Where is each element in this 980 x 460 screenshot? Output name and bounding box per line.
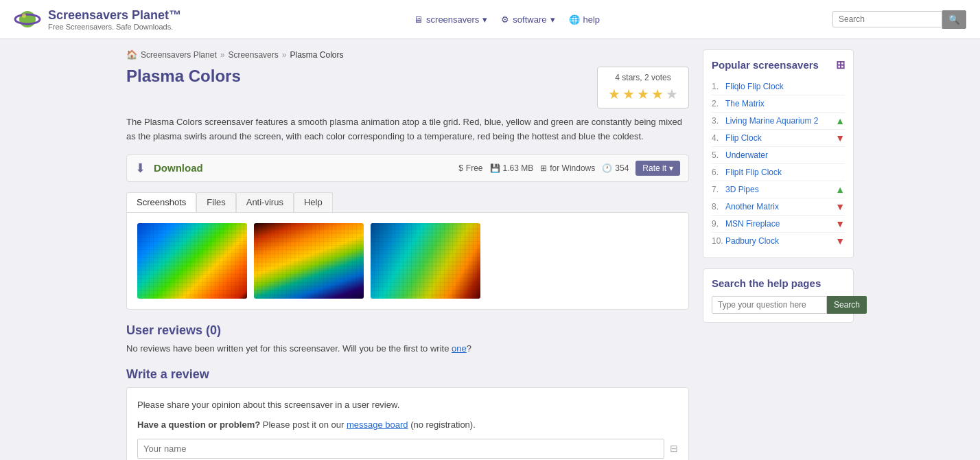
downloads-item: 🕐 354 — [602, 163, 629, 173]
trend-1: ▲ — [835, 81, 845, 92]
home-icon[interactable]: 🏠 — [126, 49, 137, 60]
help-search-row: Search — [712, 296, 845, 314]
title-rating-row: Plasma Colors 4 stars, 2 votes ★ ★ ★ ★ ★ — [126, 67, 689, 108]
screenshot-1[interactable] — [137, 223, 247, 299]
star-5[interactable]: ★ — [666, 86, 678, 102]
sidebar: Popular screensavers ⊞ 1. Fliqlo Flip Cl… — [703, 49, 854, 460]
platform-value: for Windows — [550, 163, 595, 173]
popular-link-3[interactable]: Living Marine Aquarium 2 — [725, 116, 835, 126]
plasma-overlay-1 — [137, 223, 247, 299]
trend-6: ▲ — [835, 167, 845, 178]
chevron-down-icon: ▾ — [669, 163, 673, 173]
popular-item-9: 9. MSN Fireplace ▼ — [712, 216, 845, 233]
write-review-link[interactable]: one — [452, 343, 467, 354]
download-arrow-icon: ⬇ — [135, 161, 145, 176]
plasma-overlay-3 — [371, 223, 480, 299]
name-input[interactable] — [137, 439, 664, 459]
header-search-input[interactable] — [832, 11, 942, 27]
popular-item-5: 5. Underwater ▲ — [712, 147, 845, 164]
logo-area: Screensavers Planet™ Free Screensavers. … — [14, 5, 181, 33]
star-3[interactable]: ★ — [637, 86, 649, 102]
chevron-down-icon: ▾ — [550, 14, 555, 25]
tab-help[interactable]: Help — [294, 192, 333, 212]
chevron-down-icon: ▾ — [482, 14, 487, 25]
help-icon: 🌐 — [569, 14, 580, 25]
nav-software[interactable]: ⚙ software ▾ — [501, 14, 555, 25]
breadcrumb-current: Plasma Colors — [290, 50, 343, 60]
monitor-icon: 🖥 — [414, 14, 423, 25]
review-form: Please share your opinion about this scr… — [126, 387, 689, 460]
tab-screenshots[interactable]: Screenshots — [126, 192, 196, 212]
help-search-title: Search the help pages — [712, 277, 845, 289]
screenshots-panel — [126, 212, 689, 310]
message-board-link[interactable]: message board — [347, 419, 408, 430]
review-question-text: Have a question or problem? Please post … — [137, 418, 678, 432]
site-title: Screensavers Planet™ — [48, 8, 181, 23]
breadcrumb-sep-2: » — [282, 50, 287, 60]
popular-item-7: 7. 3D Pipes ▲ — [712, 181, 845, 198]
popular-link-9[interactable]: MSN Fireplace — [725, 219, 835, 229]
screenshot-3[interactable] — [371, 223, 480, 299]
downloads-value: 354 — [615, 163, 629, 173]
rating-summary: 4 stars, 2 votes — [608, 73, 678, 82]
popular-link-4[interactable]: Flip Clock — [725, 133, 835, 143]
svg-point-2 — [22, 14, 26, 18]
header-search-button[interactable]: 🔍 — [942, 10, 966, 29]
popular-link-10[interactable]: Padbury Clock — [725, 236, 835, 246]
help-search-button[interactable]: Search — [827, 296, 867, 314]
rate-label: Rate it — [642, 163, 666, 173]
star-4[interactable]: ★ — [651, 86, 664, 102]
rate-button[interactable]: Rate it ▾ — [635, 161, 680, 176]
popular-item-2: 2. The Matrix ▲ — [712, 95, 845, 113]
breadcrumb: 🏠 Screensavers Planet » Screensavers » P… — [126, 49, 689, 60]
nav-screensavers[interactable]: 🖥 screensavers ▾ — [414, 14, 487, 25]
breadcrumb-link-screensavers[interactable]: Screensavers — [228, 50, 278, 60]
trend-9: ▼ — [835, 218, 845, 229]
popular-link-1[interactable]: Fliqlo Flip Clock — [725, 82, 835, 91]
gear-icon: ⚙ — [501, 14, 509, 25]
review-share-text: Please share your opinion about this scr… — [137, 398, 678, 412]
help-search-section: Search the help pages Search — [703, 268, 854, 323]
trend-10: ▼ — [835, 235, 845, 246]
popular-link-7[interactable]: 3D Pipes — [725, 185, 835, 194]
screenshot-2[interactable] — [254, 223, 364, 299]
download-meta: $ Free 💾 1.63 MB ⊞ for Windows 🕐 354 Rat… — [458, 161, 680, 176]
breadcrumb-link-screensavers-planet[interactable]: Screensavers Planet — [141, 50, 217, 60]
download-button[interactable]: Download — [154, 162, 203, 174]
content-tabs: Screenshots Files Anti-virus Help — [126, 192, 689, 212]
popular-item-8: 8. Another Matrix ▼ — [712, 198, 845, 216]
tab-antivirus[interactable]: Anti-virus — [236, 192, 294, 212]
platform-item: ⊞ for Windows — [540, 163, 595, 173]
rating-box: 4 stars, 2 votes ★ ★ ★ ★ ★ — [597, 67, 689, 108]
popular-link-2[interactable]: The Matrix — [725, 99, 835, 108]
size-item: 💾 1.63 MB — [490, 163, 534, 173]
header-search: 🔍 — [832, 10, 966, 29]
popular-item-6: 6. FlipIt Flip Clock ▲ — [712, 164, 845, 181]
popular-item-4: 4. Flip Clock ▼ — [712, 130, 845, 147]
star-1[interactable]: ★ — [608, 86, 620, 102]
page-title: Plasma Colors — [126, 67, 241, 86]
main-nav: 🖥 screensavers ▾ ⚙ software ▾ 🌐 help — [414, 14, 600, 25]
popular-link-5[interactable]: Underwater — [725, 150, 835, 160]
trend-7: ▲ — [835, 184, 845, 195]
popular-title: Popular screensavers ⊞ — [712, 58, 845, 71]
trend-2: ▲ — [835, 98, 845, 109]
clock-icon: 🕐 — [602, 163, 612, 173]
size-value: 1.63 MB — [503, 163, 534, 173]
popular-link-6[interactable]: FlipIt Flip Clock — [725, 168, 835, 177]
price-value: Free — [466, 163, 483, 173]
popular-link-8[interactable]: Another Matrix — [725, 202, 835, 211]
dollar-icon: $ — [458, 163, 463, 173]
nav-help[interactable]: 🌐 help — [569, 14, 600, 25]
windows-sidebar-icon: ⊞ — [836, 58, 845, 71]
popular-section: Popular screensavers ⊞ 1. Fliqlo Flip Cl… — [703, 49, 854, 258]
star-2[interactable]: ★ — [622, 86, 635, 102]
help-search-input[interactable] — [712, 296, 827, 314]
input-icon: ⊟ — [670, 443, 678, 454]
search-icon: 🔍 — [948, 14, 960, 25]
name-input-row: ⊟ — [137, 439, 678, 459]
reviews-empty-text: No reviews have been written yet for thi… — [126, 343, 689, 354]
tab-files[interactable]: Files — [196, 192, 235, 212]
logo-icon — [14, 5, 41, 33]
logo-text: Screensavers Planet™ Free Screensavers. … — [48, 8, 181, 31]
